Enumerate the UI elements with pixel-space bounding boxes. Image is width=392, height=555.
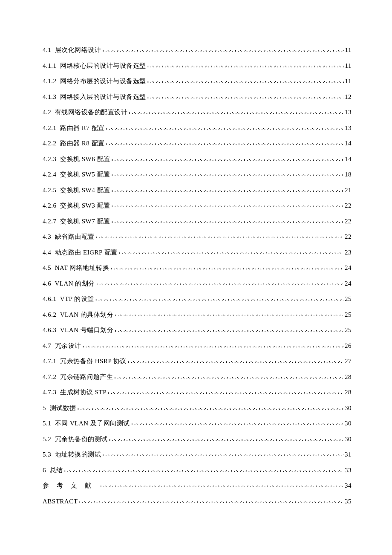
toc-entry: 5 测试数据. . . . . . . . . . . . . . . . . … xyxy=(43,405,352,411)
toc-entry-page: 33 xyxy=(345,467,352,474)
toc-entry-page: 13 xyxy=(345,125,352,131)
toc-entry-label: 4.2.4 交换机 SW5 配置 xyxy=(43,171,110,178)
toc-entry-label: ABSTRACT xyxy=(43,498,78,505)
toc-entry: 4.2.2 路由器 R8 配置. . . . . . . . . . . . .… xyxy=(43,140,352,147)
toc-leader-dots: . . . . . . . . . . . . . . . . . . . . … xyxy=(96,234,343,239)
toc-entry: 4.1 层次化网络设计. . . . . . . . . . . . . . .… xyxy=(43,47,352,53)
toc-entry-label: 5 测试数据 xyxy=(43,405,76,411)
toc-entry-label: 4.6.1 VTP 的设置 xyxy=(43,296,94,302)
toc-leader-dots: . . . . . . . . . . . . . . . . . . . . … xyxy=(102,451,343,457)
toc-entry: 4.7 冗余设计. . . . . . . . . . . . . . . . … xyxy=(43,343,352,349)
toc-entry-label: 4.1 层次化网络设计 xyxy=(43,47,101,53)
toc-entry-page: 25 xyxy=(345,312,352,318)
toc-entry: 4.2.6 交换机 SW3 配置. . . . . . . . . . . . … xyxy=(43,202,352,209)
toc-entry-page: 21 xyxy=(345,187,352,194)
toc-entry-page: 11 xyxy=(345,47,352,53)
toc-leader-dots: . . . . . . . . . . . . . . . . . . . . … xyxy=(112,156,344,161)
toc-entry-page: 31 xyxy=(345,451,352,458)
toc-entry: 4.2.5 交换机 SW4 配置. . . . . . . . . . . . … xyxy=(43,187,352,194)
toc-entry-label: 4.2 有线网络设备的配置设计 xyxy=(43,109,127,116)
toc-entry: 4.6.3 VLAN 号端口划分. . . . . . . . . . . . … xyxy=(43,327,352,333)
toc-entry-label: 4.2.5 交换机 SW4 配置 xyxy=(43,187,110,194)
toc-leader-dots: . . . . . . . . . . . . . . . . . . . . … xyxy=(95,296,343,301)
toc-entry-page: 34 xyxy=(345,483,352,489)
toc-leader-dots: . . . . . . . . . . . . . . . . . . . . … xyxy=(112,218,344,223)
toc-entry-page: 12 xyxy=(345,94,352,100)
toc-leader-dots: . . . . . . . . . . . . . . . . . . . . … xyxy=(106,140,343,145)
toc-entry-label: 4.2.7 交换机 SW7 配置 xyxy=(43,218,110,225)
toc-entry: 4.2.3 交换机 SW6 配置. . . . . . . . . . . . … xyxy=(43,156,352,162)
toc-leader-dots: . . . . . . . . . . . . . . . . . . . . … xyxy=(115,327,343,332)
toc-entry-page: 13 xyxy=(345,109,352,116)
toc-entry-label: 参考文献 xyxy=(43,483,99,489)
toc-entry-label: 4.6.3 VLAN 号端口划分 xyxy=(43,327,113,333)
toc-leader-dots: . . . . . . . . . . . . . . . . . . . . … xyxy=(112,202,344,208)
toc-entry-page: 26 xyxy=(345,343,352,349)
toc-leader-dots: . . . . . . . . . . . . . . . . . . . . … xyxy=(114,374,343,379)
toc-entry-label: 4.2.6 交换机 SW3 配置 xyxy=(43,202,110,209)
toc-leader-dots: . . . . . . . . . . . . . . . . . . . . … xyxy=(64,467,344,472)
toc-entry: 4.3 缺省路由配置. . . . . . . . . . . . . . . … xyxy=(43,234,352,240)
toc-entry-label: 4.7 冗余设计 xyxy=(43,343,81,349)
toc-entry: 参考文献. . . . . . . . . . . . . . . . . . … xyxy=(43,483,352,489)
toc-entry-page: 14 xyxy=(345,140,352,147)
toc-entry-label: 4.6.2 VLAN 的具体划分 xyxy=(43,312,113,318)
toc-entry-page: 11 xyxy=(345,78,352,84)
toc-leader-dots: . . . . . . . . . . . . . . . . . . . . … xyxy=(106,125,343,130)
toc-entry-page: 11 xyxy=(345,63,352,69)
toc-entry-label: 4.5 NAT 网络地址转换 xyxy=(43,265,109,271)
toc-entry: 5.3 地址转换的测试. . . . . . . . . . . . . . .… xyxy=(43,451,352,458)
toc-entry-label: 4.7.1 冗余热备份 HSRP 协议 xyxy=(43,358,127,364)
toc-leader-dots: . . . . . . . . . . . . . . . . . . . . … xyxy=(109,436,343,441)
toc-leader-dots: . . . . . . . . . . . . . . . . . . . . … xyxy=(147,63,344,68)
toc-leader-dots: . . . . . . . . . . . . . . . . . . . . … xyxy=(112,187,344,192)
toc-leader-dots: . . . . . . . . . . . . . . . . . . . . … xyxy=(129,109,343,114)
toc-entry-label: 4.1.2 网络分布层的设计与设备选型 xyxy=(43,78,146,84)
toc-entry-page: 27 xyxy=(345,358,352,364)
toc-entry-page: 22 xyxy=(345,234,352,240)
toc-entry: 4.7.3 生成树协议 STP. . . . . . . . . . . . .… xyxy=(43,389,352,396)
toc-entry-page: 25 xyxy=(345,296,352,302)
toc-entry-label: 6 总结 xyxy=(43,467,63,474)
toc-entry: 5.1 不同 VLAN 及子网间测试. . . . . . . . . . . … xyxy=(43,420,352,427)
toc-entry: 6 总结. . . . . . . . . . . . . . . . . . … xyxy=(43,467,352,474)
toc-entry-page: 18 xyxy=(345,171,352,178)
toc-entry: 4.2.4 交换机 SW5 配置. . . . . . . . . . . . … xyxy=(43,171,352,178)
toc-entry-label: 5.3 地址转换的测试 xyxy=(43,451,101,458)
toc-entry-label: 4.1.1 网络核心层的设计与设备选型 xyxy=(43,63,146,69)
toc-entry-label: 4.6 VLAN 的划分 xyxy=(43,280,95,287)
toc-leader-dots: . . . . . . . . . . . . . . . . . . . . … xyxy=(108,389,343,394)
toc-entry-label: 4.2.3 交换机 SW6 配置 xyxy=(43,156,110,162)
toc-leader-dots: . . . . . . . . . . . . . . . . . . . . … xyxy=(83,343,343,348)
toc-entry-label: 4.4 动态路由 EIGRP 配置 xyxy=(43,249,118,256)
toc-entry-label: 4.3 缺省路由配置 xyxy=(43,234,95,240)
toc-entry: 4.1.3 网络接入层的设计与设备选型. . . . . . . . . . .… xyxy=(43,94,352,100)
toc-entry-label: 5.2 冗余热备份的测试 xyxy=(43,436,108,442)
toc-entry: 4.7.1 冗余热备份 HSRP 协议. . . . . . . . . . .… xyxy=(43,358,352,364)
toc-leader-dots: . . . . . . . . . . . . . . . . . . . . … xyxy=(79,498,343,503)
toc-leader-dots: . . . . . . . . . . . . . . . . . . . . … xyxy=(119,249,343,254)
toc-entry: 5.2 冗余热备份的测试. . . . . . . . . . . . . . … xyxy=(43,436,352,442)
toc-entry-page: 30 xyxy=(345,405,352,411)
toc-entry: 4.5 NAT 网络地址转换. . . . . . . . . . . . . … xyxy=(43,265,352,271)
toc-entry-page: 24 xyxy=(345,265,352,271)
toc-leader-dots: . . . . . . . . . . . . . . . . . . . . … xyxy=(112,171,344,176)
toc-entry: 4.1.2 网络分布层的设计与设备选型. . . . . . . . . . .… xyxy=(43,78,352,84)
toc-entry: ABSTRACT. . . . . . . . . . . . . . . . … xyxy=(43,498,352,505)
toc-entry: 4.7.2 冗余链路问题产生. . . . . . . . . . . . . … xyxy=(43,374,352,380)
toc-leader-dots: . . . . . . . . . . . . . . . . . . . . … xyxy=(102,47,343,52)
toc-entry-page: 22 xyxy=(345,202,352,209)
toc-entry: 4.6.2 VLAN 的具体划分. . . . . . . . . . . . … xyxy=(43,312,352,318)
toc-entry-label: 4.2.2 路由器 R8 配置 xyxy=(43,140,105,147)
toc-leader-dots: . . . . . . . . . . . . . . . . . . . . … xyxy=(78,405,344,410)
toc-entry-page: 28 xyxy=(345,374,352,380)
toc-entry-label: 5.1 不同 VLAN 及子网间测试 xyxy=(43,420,130,427)
toc-leader-dots: . . . . . . . . . . . . . . . . . . . . … xyxy=(100,483,343,488)
toc-entry: 4.6 VLAN 的划分. . . . . . . . . . . . . . … xyxy=(43,280,352,287)
toc-entry: 4.2 有线网络设备的配置设计. . . . . . . . . . . . .… xyxy=(43,109,352,116)
table-of-contents: 4.1 层次化网络设计. . . . . . . . . . . . . . .… xyxy=(43,47,352,505)
toc-entry-page: 14 xyxy=(345,156,352,162)
toc-leader-dots: . . . . . . . . . . . . . . . . . . . . … xyxy=(110,265,343,270)
toc-entry: 4.1.1 网络核心层的设计与设备选型. . . . . . . . . . .… xyxy=(43,63,352,69)
toc-entry-page: 25 xyxy=(345,327,352,333)
